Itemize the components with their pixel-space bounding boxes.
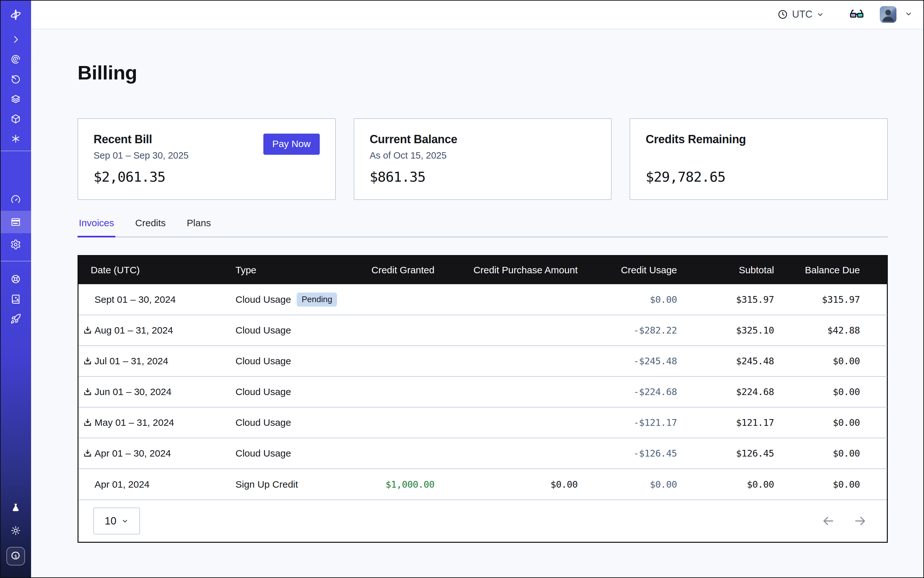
orbit-logo-icon [10, 9, 22, 21]
invoice-date: Jul 01 – 31, 2024 [94, 356, 168, 367]
sidebar-item-theme[interactable] [0, 521, 31, 541]
credit-granted-value [344, 315, 434, 346]
download-invoice-button[interactable] [82, 448, 93, 459]
sidebar-item-usage[interactable] [0, 188, 31, 211]
sidebar: $ [0, 0, 31, 578]
credit-purchase-value [434, 284, 578, 315]
invoice-date: Apr 01, 2024 [94, 479, 149, 490]
credit-usage-value: -$126.45 [578, 438, 677, 469]
history-icon [10, 74, 21, 84]
credit-usage-value: -$224.68 [578, 377, 677, 407]
download-invoice-button[interactable] [82, 387, 93, 397]
subtotal-value: $121.17 [677, 407, 774, 438]
download-icon [83, 418, 93, 428]
invoice-date: Jun 01 – 30, 2024 [94, 386, 171, 397]
invoice-date: Sept 01 – 30, 2024 [94, 294, 176, 305]
pagination [822, 514, 867, 528]
page-size-select[interactable]: 10 [93, 508, 140, 534]
download-invoice-button[interactable] [82, 356, 93, 367]
wheel-icon [10, 274, 21, 284]
table-row[interactable]: Sept 01 – 30, 2024 Cloud UsagePending $0… [78, 284, 887, 315]
svg-text:$: $ [14, 554, 17, 559]
subtotal-value: $245.48 [677, 346, 774, 377]
invoice-date: Apr 01 – 30, 2024 [94, 448, 171, 459]
download-icon [83, 356, 93, 366]
balance-due-value: $315.97 [774, 284, 887, 315]
gauge-icon [10, 194, 21, 205]
billing-tabs: Invoices Credits Plans [78, 217, 888, 237]
card-title: Current Balance [370, 134, 596, 145]
download-invoice-button[interactable] [82, 325, 93, 336]
billing-page: $ UTC Billing Recen [0, 0, 924, 578]
sidebar-item-history[interactable] [0, 69, 31, 89]
table-row[interactable]: May 01 – 31, 2024 Cloud Usage -$121.17 $… [78, 407, 887, 438]
credits-remaining-card: Credits Remaining $29,782.65 [630, 118, 888, 200]
account-menu-button[interactable] [905, 10, 913, 19]
credit-granted-value [344, 346, 434, 377]
download-icon [83, 326, 93, 336]
credit-usage-value: -$282.22 [578, 315, 677, 346]
credit-purchase-value [434, 438, 578, 469]
previous-page-button[interactable] [822, 514, 835, 528]
credit-granted-value [344, 407, 434, 438]
topbar: UTC [31, 0, 924, 29]
tab-invoices[interactable]: Invoices [78, 217, 115, 237]
credit-purchase-value [434, 377, 578, 407]
invoice-type: Cloud Usage [235, 386, 291, 397]
invoice-date: May 01 – 31, 2024 [94, 417, 174, 428]
invoices-table: Date (UTC) Type Credit Granted Credit Pu… [78, 255, 888, 543]
table-row[interactable]: Apr 01 – 30, 2024 Cloud Usage -$126.45 $… [78, 438, 887, 469]
pay-now-button[interactable]: Pay Now [263, 134, 320, 155]
sidebar-item-docs[interactable] [0, 289, 31, 309]
subtotal-value: $224.68 [677, 377, 774, 407]
invoice-type: Cloud Usage [235, 448, 291, 459]
rocket-icon [10, 313, 21, 324]
user-photo [880, 6, 896, 23]
download-icon [83, 448, 93, 458]
avatar[interactable] [880, 6, 896, 23]
sun-icon [10, 525, 21, 536]
sidebar-item-support[interactable] [0, 269, 31, 289]
sidebar-item-tracing[interactable] [0, 49, 31, 69]
sidebar-item-layers[interactable] [0, 89, 31, 109]
sidebar-item-billing[interactable] [0, 211, 31, 233]
reader-mode-button[interactable] [849, 7, 864, 22]
sidebar-item-expand[interactable] [0, 29, 31, 49]
sidebar-item-settings[interactable] [0, 233, 31, 256]
table-row[interactable]: Jun 01 – 30, 2024 Cloud Usage -$224.68 $… [78, 377, 887, 407]
table-row[interactable]: Jul 01 – 31, 2024 Cloud Usage -$245.48 $… [78, 346, 887, 377]
download-slot [82, 479, 93, 490]
sidebar-item-sandbox[interactable] [0, 109, 31, 129]
tab-credits[interactable]: Credits [134, 217, 167, 237]
invoice-type: Cloud Usage [235, 325, 291, 336]
sidebar-item-services[interactable] [0, 129, 31, 149]
credits-button[interactable]: $ [6, 547, 25, 565]
card-subtitle [646, 150, 872, 161]
column-header-credit-granted: Credit Granted [344, 256, 434, 284]
subtotal-value: $126.45 [677, 438, 774, 469]
next-page-button[interactable] [854, 514, 867, 528]
app-logo[interactable] [0, 0, 31, 29]
chevron-down-icon [816, 11, 824, 18]
balance-due-value: $0.00 [774, 469, 887, 500]
table-row[interactable]: Aug 01 – 31, 2024 Cloud Usage -$282.22 $… [78, 315, 887, 346]
sidebar-item-get-started[interactable] [0, 309, 31, 329]
status-badge: Pending [297, 292, 337, 307]
table-row[interactable]: Apr 01, 2024 Sign Up Credit $1,000.00 $0… [78, 469, 887, 500]
download-invoice-button[interactable] [82, 417, 93, 428]
download-icon [83, 387, 93, 397]
current-balance-card: Current Balance As of Oct 15, 2025 $861.… [354, 118, 612, 200]
credit-granted-value [344, 377, 434, 407]
credit-usage-value: $0.00 [578, 469, 677, 500]
summary-cards: Recent Bill Sep 01 – Sep 30, 2025 $2,061… [78, 118, 888, 200]
balance-due-value: $0.00 [774, 438, 887, 469]
subtotal-value: $325.10 [677, 315, 774, 346]
invoice-type: Sign Up Credit [235, 479, 298, 490]
book-sparkle-icon [10, 294, 21, 304]
invoice-date: Aug 01 – 31, 2024 [94, 325, 173, 336]
timezone-selector[interactable]: UTC [777, 9, 824, 20]
credit-usage-value: $0.00 [578, 284, 677, 315]
sidebar-item-labs[interactable] [0, 498, 31, 518]
tab-plans[interactable]: Plans [185, 217, 212, 237]
clock-icon [777, 9, 788, 20]
